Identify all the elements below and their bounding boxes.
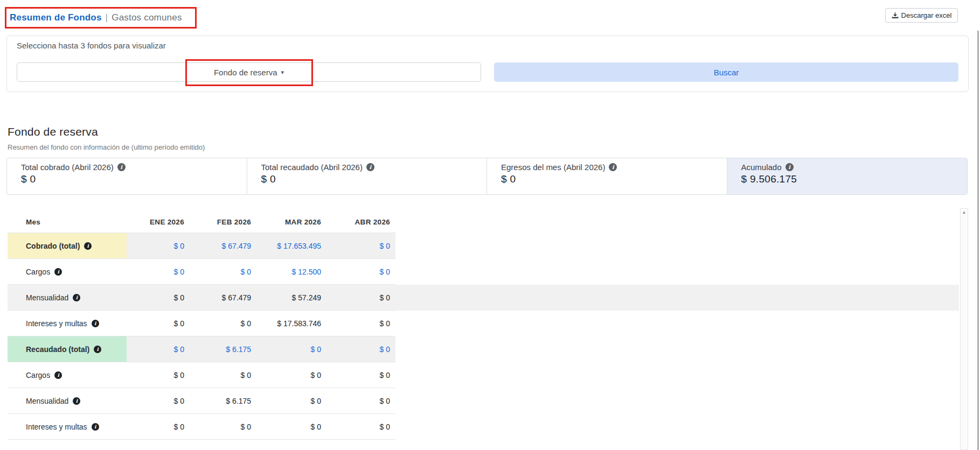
row-label-cell: Cargosi bbox=[8, 362, 127, 388]
row-filler bbox=[395, 259, 959, 285]
column-header: Mes bbox=[8, 212, 127, 233]
card-label-row: Acumuladoi bbox=[741, 163, 957, 172]
row-label: Mensualidad bbox=[26, 397, 68, 405]
card-value: $ 0 bbox=[261, 173, 476, 185]
tab-resumen-de-fondos[interactable]: Resumen de Fondos bbox=[10, 12, 102, 23]
value-cell: $ 0 bbox=[326, 311, 395, 336]
column-header: ABR 2026 bbox=[326, 212, 395, 233]
info-icon[interactable]: i bbox=[366, 163, 374, 171]
breadcrumb: Resumen de Fondos|Gastos comunes bbox=[10, 12, 182, 23]
value-cell: $ 0 bbox=[326, 414, 395, 440]
row-filler bbox=[395, 388, 959, 414]
info-icon[interactable]: i bbox=[786, 163, 794, 171]
row-label: Cobrado (total) bbox=[26, 242, 80, 250]
value-cell: $ 17.583.746 bbox=[256, 311, 326, 336]
info-icon[interactable]: i bbox=[94, 346, 101, 353]
info-icon[interactable]: i bbox=[609, 163, 617, 171]
value-cell: $ 0 bbox=[256, 388, 326, 414]
info-icon[interactable]: i bbox=[54, 371, 62, 379]
table-row: Recaudado (total)i$ 0$ 6.175$ 0$ 0 bbox=[8, 336, 959, 362]
card-label: Total cobrado (Abril 2026) bbox=[21, 163, 114, 172]
summary-card: Total recaudado (Abril 2026)i$ 0 bbox=[247, 158, 488, 194]
info-icon[interactable]: i bbox=[73, 294, 80, 301]
value-cell: $ 0 bbox=[127, 285, 190, 311]
fund-select[interactable]: Fondo de reserva ▾ bbox=[17, 62, 481, 82]
table-scrollbar[interactable]: ▲ bbox=[960, 208, 968, 450]
info-icon[interactable]: i bbox=[73, 397, 80, 405]
section-title: Fondo de reserva bbox=[8, 125, 98, 138]
value-cell: $ 67.479 bbox=[190, 285, 256, 311]
row-label-cell: Cobrado (total)i bbox=[8, 233, 127, 259]
fund-select-value: Fondo de reserva bbox=[214, 68, 277, 77]
card-label: Egresos del mes (Abril 2026) bbox=[501, 163, 605, 172]
value-cell[interactable]: $ 0 bbox=[326, 259, 395, 285]
row-label-cell: Cargosi bbox=[8, 259, 127, 285]
download-excel-button[interactable]: Descargar excel bbox=[885, 8, 958, 23]
title-separator: | bbox=[106, 12, 108, 23]
row-label-cell: Mensualidadi bbox=[8, 388, 127, 414]
value-cell: $ 0 bbox=[190, 362, 256, 388]
row-filler bbox=[395, 414, 959, 440]
page: Resumen de Fondos|Gastos comunes Descarg… bbox=[0, 0, 980, 450]
table-row: Cargosi$ 0$ 0$ 0$ 0 bbox=[8, 362, 959, 388]
value-cell[interactable]: $ 0 bbox=[190, 259, 256, 285]
summary-cards-row: Total cobrado (Abril 2026)i$ 0Total reca… bbox=[6, 158, 968, 195]
value-cell: $ 0 bbox=[326, 388, 395, 414]
value-cell[interactable]: $ 6.175 bbox=[190, 336, 256, 362]
value-cell: $ 0 bbox=[326, 362, 395, 388]
card-value: $ 9.506.175 bbox=[741, 173, 957, 185]
caret-down-icon: ▾ bbox=[281, 69, 284, 76]
value-cell[interactable]: $ 17.653.495 bbox=[256, 233, 326, 259]
scroll-up-icon[interactable]: ▲ bbox=[962, 209, 967, 449]
value-cell: $ 0 bbox=[256, 414, 326, 440]
value-cell[interactable]: $ 12.500 bbox=[256, 259, 326, 285]
info-icon[interactable]: i bbox=[84, 242, 92, 250]
fund-table: MesENE 2026FEB 2026MAR 2026ABR 2026 Cobr… bbox=[8, 212, 959, 440]
row-label-cell: Recaudado (total)i bbox=[8, 336, 127, 362]
info-icon[interactable]: i bbox=[92, 423, 99, 431]
row-label: Cargos bbox=[26, 268, 50, 276]
section-subtitle: Resumen del fondo con información de (ul… bbox=[8, 143, 205, 151]
value-cell[interactable]: $ 0 bbox=[256, 336, 326, 362]
info-icon[interactable]: i bbox=[92, 320, 99, 327]
value-cell: $ 0 bbox=[326, 285, 395, 311]
value-cell: $ 57.249 bbox=[256, 285, 326, 311]
column-header-filler bbox=[395, 212, 959, 233]
table-body: Cobrado (total)i$ 0$ 67.479$ 17.653.495$… bbox=[8, 233, 959, 440]
column-header: FEB 2026 bbox=[190, 212, 256, 233]
row-label-cell: Mensualidadi bbox=[8, 285, 127, 311]
summary-card: Egresos del mes (Abril 2026)i$ 0 bbox=[487, 158, 727, 194]
table-header-row: MesENE 2026FEB 2026MAR 2026ABR 2026 bbox=[8, 212, 959, 233]
value-cell[interactable]: $ 0 bbox=[326, 233, 395, 259]
row-label: Recaudado (total) bbox=[26, 345, 89, 354]
row-filler bbox=[395, 233, 959, 259]
value-cell: $ 0 bbox=[127, 414, 190, 440]
value-cell[interactable]: $ 0 bbox=[326, 336, 395, 362]
row-label: Mensualidad bbox=[26, 293, 68, 302]
info-icon[interactable]: i bbox=[117, 163, 126, 171]
value-cell: $ 0 bbox=[127, 311, 190, 336]
value-cell[interactable]: $ 0 bbox=[127, 259, 190, 285]
info-icon[interactable]: i bbox=[54, 268, 62, 276]
value-cell[interactable]: $ 67.479 bbox=[190, 233, 256, 259]
row-filler bbox=[395, 336, 959, 362]
summary-card: Acumuladoi$ 9.506.175 bbox=[727, 158, 968, 194]
value-cell: $ 0 bbox=[190, 311, 256, 336]
table-row: Intereses y multasi$ 0$ 0$ 0$ 0 bbox=[8, 414, 959, 440]
value-cell[interactable]: $ 0 bbox=[127, 233, 190, 259]
summary-card: Total cobrado (Abril 2026)i$ 0 bbox=[7, 158, 247, 194]
row-label-cell: Intereses y multasi bbox=[8, 311, 127, 336]
value-cell[interactable]: $ 0 bbox=[127, 336, 190, 362]
row-filler bbox=[395, 311, 959, 336]
row-label: Cargos bbox=[26, 371, 50, 379]
card-label-row: Total cobrado (Abril 2026)i bbox=[21, 163, 236, 172]
download-excel-label: Descargar excel bbox=[901, 11, 952, 19]
value-cell: $ 0 bbox=[127, 362, 190, 388]
column-header: ENE 2026 bbox=[127, 212, 190, 233]
row-label: Intereses y multas bbox=[26, 423, 87, 431]
search-button[interactable]: Buscar bbox=[494, 62, 958, 82]
fund-filter-panel: Selecciona hasta 3 fondos para visualiza… bbox=[6, 36, 969, 92]
value-cell: $ 0 bbox=[190, 414, 256, 440]
tab-gastos-comunes[interactable]: Gastos comunes bbox=[112, 12, 182, 23]
card-label: Total recaudado (Abril 2026) bbox=[261, 163, 363, 172]
